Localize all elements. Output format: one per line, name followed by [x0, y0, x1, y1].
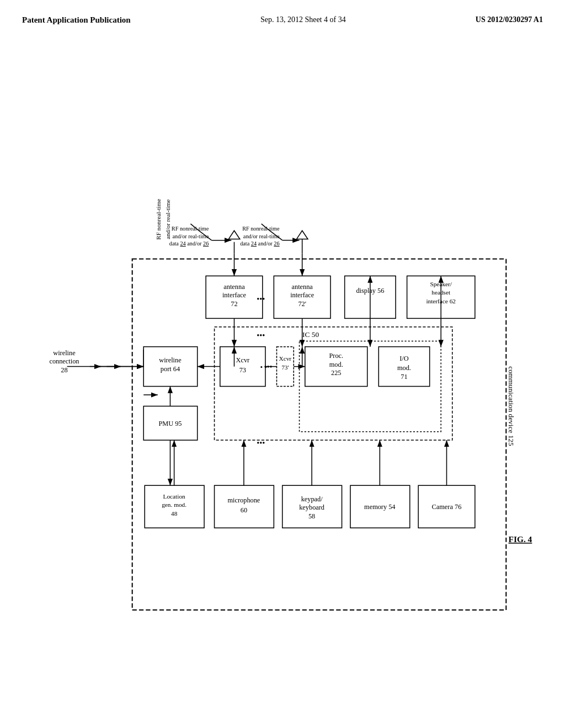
svg-text:•••: ••• — [257, 331, 265, 340]
svg-text:RF nonreal-time: RF nonreal-time — [155, 199, 162, 240]
svg-marker-63 — [228, 231, 240, 239]
svg-text:data 24 and/or 26: data 24 and/or 26 — [240, 240, 279, 247]
svg-text:connection: connection — [49, 357, 79, 365]
svg-text:71: 71 — [401, 373, 407, 381]
publication-title: Patent Application Publication — [22, 15, 131, 25]
svg-text:IC 50: IC 50 — [302, 330, 319, 339]
patent-number: US 2012/0230297 A1 — [476, 15, 543, 24]
svg-text:225: 225 — [331, 369, 341, 377]
svg-text:data 24 and/or 26: data 24 and/or 26 — [169, 240, 209, 247]
svg-text:72': 72' — [298, 300, 306, 308]
svg-text:RF nonreal-time: RF nonreal-time — [242, 226, 280, 232]
svg-text:73': 73' — [281, 364, 289, 371]
svg-text:keyboard: keyboard — [299, 504, 324, 511]
svg-text:60: 60 — [241, 506, 247, 514]
svg-text:58: 58 — [308, 512, 315, 520]
page-header: Patent Application Publication Sep. 13, … — [0, 0, 565, 25]
svg-text:interface: interface — [222, 291, 247, 299]
svg-text:mod.: mod. — [397, 364, 411, 372]
svg-text:mod.: mod. — [329, 361, 343, 368]
svg-text:Xcvr: Xcvr — [279, 355, 292, 362]
svg-text:communication device 125: communication device 125 — [507, 366, 515, 446]
svg-text:memory 54: memory 54 — [364, 503, 395, 511]
svg-text:RF nonreal-time: RF nonreal-time — [172, 226, 209, 232]
svg-text:microphone: microphone — [228, 496, 260, 504]
svg-text:48: 48 — [171, 510, 178, 517]
svg-text:antenna: antenna — [292, 283, 313, 291]
svg-text:Proc.: Proc. — [329, 352, 343, 360]
svg-text:gen. mod.: gen. mod. — [162, 501, 186, 508]
svg-text:Camera 76: Camera 76 — [432, 503, 462, 511]
svg-text:•••: ••• — [257, 295, 265, 303]
svg-text:Location: Location — [163, 493, 185, 500]
svg-marker-66 — [296, 231, 308, 239]
svg-text:I/O: I/O — [399, 355, 409, 362]
svg-text:port 64: port 64 — [161, 365, 180, 373]
svg-text:antenna: antenna — [223, 283, 245, 291]
svg-text:FIG. 4: FIG. 4 — [509, 534, 532, 544]
svg-text:keypad/: keypad/ — [301, 495, 323, 503]
svg-text:and/or real-time: and/or real-time — [164, 199, 171, 239]
header-center-info: Sep. 13, 2012 Sheet 4 of 34 — [260, 15, 346, 24]
svg-text:72: 72 — [231, 300, 237, 308]
svg-text:•••: ••• — [257, 438, 265, 447]
svg-text:wireline: wireline — [159, 356, 182, 364]
svg-text:28: 28 — [61, 366, 67, 374]
svg-rect-4 — [132, 259, 507, 611]
circuit-diagram: communication device 125 IC 50 Proc. mod… — [33, 77, 543, 673]
svg-text:73: 73 — [239, 366, 246, 374]
svg-rect-6 — [215, 327, 452, 440]
svg-text:Xcvr: Xcvr — [236, 356, 250, 364]
svg-text:wireline: wireline — [53, 349, 76, 357]
svg-text:interface: interface — [290, 291, 315, 299]
svg-text:PMU 95: PMU 95 — [158, 420, 182, 427]
diagram-container: communication device 125 IC 50 Proc. mod… — [33, 77, 543, 673]
